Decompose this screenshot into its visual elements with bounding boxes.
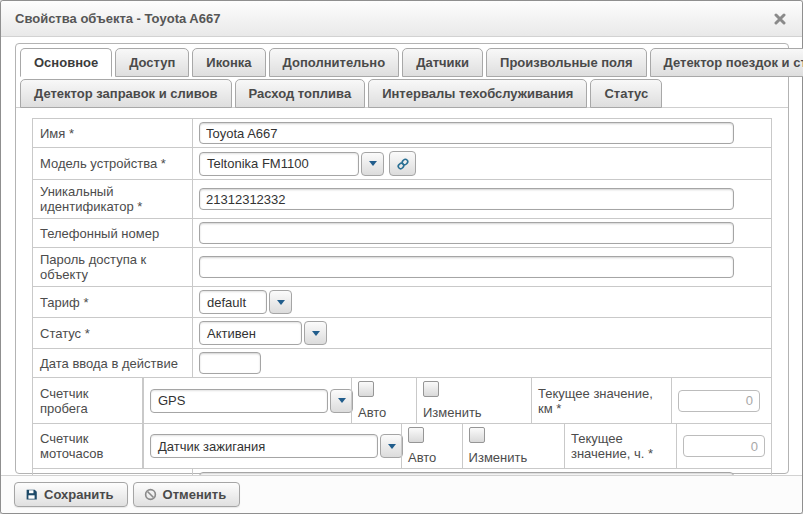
password-row: Пароль доступа к объекту <box>33 247 771 286</box>
object-properties-dialog: Свойства объекта - Toyota A667 Основное … <box>0 0 803 514</box>
tab-additional[interactable]: Дополнительно <box>269 48 400 77</box>
dialog-titlebar: Свойства объекта - Toyota A667 <box>1 1 802 37</box>
mileage-current-value-field <box>678 390 760 412</box>
engine-hours-change-checkbox[interactable] <box>469 427 485 443</box>
mileage-sensor-select[interactable]: GPS <box>150 389 353 413</box>
phone-row: Телефонный номер <box>33 218 771 247</box>
status-dropdown-button[interactable] <box>304 321 327 345</box>
device-model-select[interactable]: Teltonika FM1100 <box>199 152 384 176</box>
activation-date-field[interactable] <box>199 352 261 374</box>
engine-hours-dropdown-button[interactable] <box>380 434 403 458</box>
chain-link-icon <box>396 157 410 171</box>
mileage-counter-row: Счетчик пробега GPS Авто <box>33 378 771 423</box>
tab-trip-detector[interactable]: Детектор поездок и стоянок <box>650 48 803 77</box>
unique-id-label: Уникальный идентификатор * <box>33 180 193 218</box>
tab-status[interactable]: Статус <box>590 79 662 108</box>
tab-access[interactable]: Доступ <box>115 48 189 77</box>
chevron-down-icon <box>312 331 320 336</box>
tab-row-1: Основное Доступ Иконка Дополнительно Дат… <box>20 48 784 77</box>
tariff-select[interactable]: default <box>199 290 292 314</box>
tab-service-intervals[interactable]: Интервалы техобслуживания <box>368 79 587 108</box>
phone-field[interactable] <box>199 222 734 244</box>
tariff-value[interactable]: default <box>199 290 267 314</box>
device-model-value[interactable]: Teltonika FM1100 <box>199 152 359 176</box>
cancel-button-label: Отменить <box>163 487 227 502</box>
activation-date-row: Дата ввода в действие <box>33 348 771 377</box>
tab-fuel-fillings-detector[interactable]: Детектор заправок и сливов <box>20 79 232 108</box>
mileage-counter-label: Счетчик пробега <box>33 378 143 423</box>
save-button[interactable]: Сохранить <box>14 482 128 507</box>
mileage-auto-label: Авто <box>358 405 410 420</box>
tab-fuel-consumption[interactable]: Расход топлива <box>235 79 366 108</box>
mileage-dropdown-button[interactable] <box>330 389 353 413</box>
name-field[interactable] <box>199 122 734 144</box>
password-label: Пароль доступа к объекту <box>33 248 193 286</box>
activation-date-label: Дата ввода в действие <box>33 349 193 377</box>
tab-panel: Основное Доступ Иконка Дополнительно Дат… <box>15 43 789 474</box>
device-model-row: Модель устройства * Teltonika FM1100 <box>33 147 771 179</box>
tab-sensors[interactable]: Датчики <box>402 48 483 77</box>
engine-hours-auto-checkbox[interactable] <box>408 427 424 443</box>
device-model-link-button[interactable] <box>389 151 416 176</box>
unique-id-row: Уникальный идентификатор * <box>33 179 771 218</box>
status-row: Статус * Активен <box>33 317 771 348</box>
tariff-dropdown-button[interactable] <box>269 290 292 314</box>
name-row: Имя * <box>33 119 771 147</box>
engine-hours-counter-row: Счетчик моточасов Датчик зажигания Авто <box>33 423 771 468</box>
chevron-down-icon <box>277 300 285 305</box>
chevron-down-icon <box>369 161 377 166</box>
engine-hours-current-value-field <box>683 435 765 457</box>
tab-row-2: Детектор заправок и сливов Расход топлив… <box>20 79 784 108</box>
mileage-auto-checkbox[interactable] <box>358 381 374 397</box>
status-value[interactable]: Активен <box>199 321 302 345</box>
engine-hours-sensor-value[interactable]: Датчик зажигания <box>150 434 378 458</box>
tabs-nav: Основное Доступ Иконка Дополнительно Дат… <box>16 44 788 108</box>
mileage-current-label: Текущее значение, км * <box>531 378 671 423</box>
tariff-row: Тариф * default <box>33 286 771 317</box>
tab-main[interactable]: Основное <box>20 48 112 77</box>
name-label: Имя * <box>33 119 193 147</box>
status-label: Статус * <box>33 318 193 348</box>
engine-hours-current-label: Текущее значение, ч. * <box>564 424 676 468</box>
engine-hours-sensor-select[interactable]: Датчик зажигания <box>150 434 403 458</box>
cancel-button[interactable]: Отменить <box>133 482 241 507</box>
device-model-label: Модель устройства * <box>33 148 193 179</box>
phone-label: Телефонный номер <box>33 219 193 247</box>
device-model-dropdown-button[interactable] <box>361 152 384 176</box>
engine-hours-auto-label: Авто <box>408 450 456 465</box>
dialog-footer: Сохранить Отменить <box>1 475 802 513</box>
dialog-title: Свойства объекта - Toyota A667 <box>15 11 772 26</box>
tab-icon[interactable]: Иконка <box>192 48 265 77</box>
mileage-change-checkbox[interactable] <box>423 381 439 397</box>
tab-custom-fields[interactable]: Произвольные поля <box>486 48 646 77</box>
chevron-down-icon <box>388 444 396 449</box>
mileage-sensor-value[interactable]: GPS <box>150 389 328 413</box>
engine-hours-change-label: Изменить <box>469 450 558 465</box>
status-select[interactable]: Активен <box>199 321 327 345</box>
close-icon <box>774 13 786 25</box>
general-fields-table: Имя * Модель устройства * Teltonika FM11… <box>32 118 772 378</box>
close-button[interactable] <box>772 11 788 27</box>
mileage-change-label: Изменить <box>423 405 525 420</box>
cancel-icon <box>144 488 157 501</box>
save-icon <box>25 488 38 501</box>
chevron-down-icon <box>338 398 346 403</box>
password-field[interactable] <box>199 256 734 278</box>
main-tab-content: Имя * Модель устройства * Teltonika FM11… <box>16 108 788 498</box>
tariff-label: Тариф * <box>33 287 193 317</box>
unique-id-field[interactable] <box>199 188 734 210</box>
counters-table: Счетчик пробега GPS Авто <box>32 378 772 469</box>
save-button-label: Сохранить <box>44 487 114 502</box>
engine-hours-counter-label: Счетчик моточасов <box>33 424 143 468</box>
